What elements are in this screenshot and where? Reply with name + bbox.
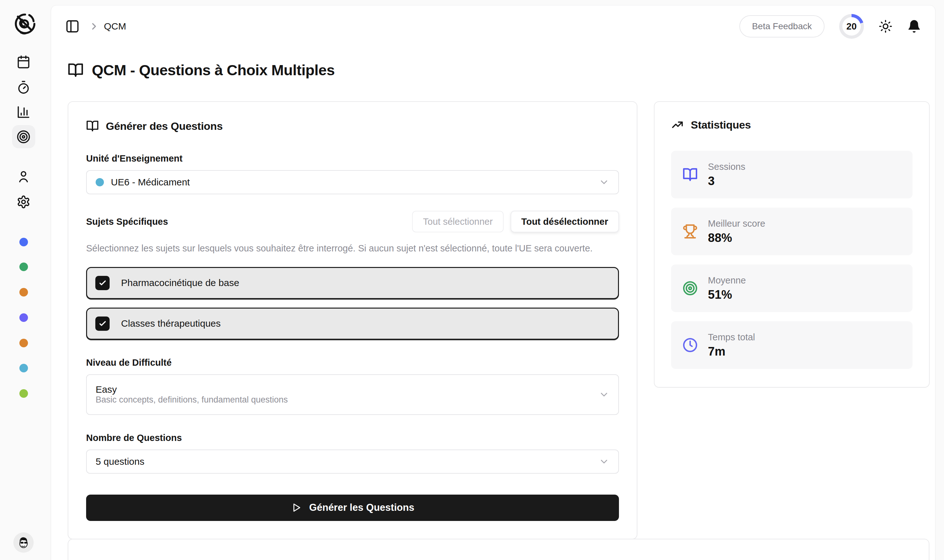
deselect-all-button[interactable]: Tout désélectionner bbox=[511, 211, 619, 232]
settings-icon[interactable] bbox=[17, 195, 31, 209]
book-open-icon bbox=[68, 62, 83, 78]
main-surface: QCM Beta Feedback 20 bbox=[51, 5, 935, 560]
subject-checkbox-row[interactable]: Pharmacocinétique de base bbox=[86, 267, 619, 299]
target-icon[interactable] bbox=[17, 130, 31, 144]
trophy-icon bbox=[682, 224, 698, 239]
ue-dot-7[interactable] bbox=[19, 389, 28, 398]
stat-value: 7m bbox=[708, 345, 755, 358]
select-all-button[interactable]: Tout sélectionner bbox=[412, 211, 503, 232]
checkbox-checked-icon[interactable] bbox=[95, 317, 110, 331]
credits-count: 20 bbox=[842, 17, 861, 35]
subjects-helper-text: Sélectionnez les sujets sur lesquels vou… bbox=[86, 242, 598, 255]
ue-dot-1[interactable] bbox=[19, 238, 28, 246]
ue-color-dot bbox=[96, 178, 104, 186]
ue-select[interactable]: UE6 - Médicament bbox=[86, 170, 619, 194]
content-columns: Générer des Questions Unité d'Enseigneme… bbox=[68, 101, 930, 539]
generator-card: Générer des Questions Unité d'Enseigneme… bbox=[68, 101, 637, 539]
difficulty-field-label: Niveau de Difficulté bbox=[86, 357, 619, 368]
stat-tile-total-time: Temps total 7m bbox=[671, 321, 913, 369]
chevron-down-icon bbox=[598, 177, 609, 188]
icon-rail bbox=[0, 0, 51, 560]
count-select-value: 5 questions bbox=[96, 456, 144, 467]
generator-card-title: Générer des Questions bbox=[106, 120, 223, 132]
difficulty-select-description: Basic concepts, definitions, fundamental… bbox=[96, 395, 288, 405]
generator-card-header: Générer des Questions bbox=[86, 120, 619, 132]
trending-up-icon bbox=[671, 118, 684, 131]
bar-chart-icon[interactable] bbox=[17, 105, 31, 119]
ue-dot-3[interactable] bbox=[19, 288, 28, 297]
book-open-icon bbox=[86, 120, 99, 132]
credits-progress-ring[interactable]: 20 bbox=[839, 14, 864, 39]
user-avatar[interactable] bbox=[13, 532, 34, 553]
app-logo[interactable] bbox=[13, 11, 37, 36]
stat-value: 51% bbox=[708, 288, 746, 302]
target-icon bbox=[682, 281, 698, 296]
ue-field-label: Unité d'Enseignement bbox=[86, 153, 619, 164]
book-open-icon bbox=[682, 167, 698, 182]
subjects-buttons: Tout sélectionner Tout désélectionner bbox=[412, 211, 619, 232]
page-title: QCM - Questions à Choix Multiples bbox=[68, 61, 335, 79]
clock-icon bbox=[682, 337, 698, 353]
stat-label: Moyenne bbox=[708, 275, 746, 286]
statistics-card-header: Statistiques bbox=[671, 118, 913, 131]
beta-feedback-button[interactable]: Beta Feedback bbox=[739, 15, 825, 37]
statistics-card-title: Statistiques bbox=[691, 119, 751, 131]
statistics-card: Statistiques Sessions 3 bbox=[654, 101, 930, 388]
user-icon[interactable] bbox=[17, 169, 31, 183]
stat-value: 3 bbox=[708, 174, 745, 188]
generate-questions-button[interactable]: Générer les Questions bbox=[86, 495, 619, 521]
stat-value: 88% bbox=[708, 231, 765, 245]
subject-label: Pharmacocinétique de base bbox=[121, 277, 239, 288]
stat-label: Sessions bbox=[708, 162, 745, 172]
stat-tile-best-score: Meilleur score 88% bbox=[671, 208, 913, 255]
subjects-label: Sujets Spécifiques bbox=[86, 217, 168, 227]
ue-dot-5[interactable] bbox=[19, 339, 28, 347]
page-title-text: QCM - Questions à Choix Multiples bbox=[92, 61, 335, 79]
header-actions: Beta Feedback 20 bbox=[739, 14, 921, 39]
ue-dot-6[interactable] bbox=[19, 364, 28, 372]
ue-dot-2[interactable] bbox=[19, 263, 28, 271]
bottom-card bbox=[68, 539, 929, 560]
timer-icon[interactable] bbox=[17, 80, 31, 94]
breadcrumb-qcm[interactable]: QCM bbox=[104, 21, 126, 32]
count-field-label: Nombre de Questions bbox=[86, 433, 619, 443]
calendar-icon[interactable] bbox=[17, 55, 31, 69]
stat-tile-average: Moyenne 51% bbox=[671, 265, 913, 312]
subject-checkbox-row[interactable]: Classes thérapeutiques bbox=[86, 308, 619, 340]
ue-select-value: UE6 - Médicament bbox=[111, 177, 190, 188]
difficulty-select-value: Easy Basic concepts, definitions, fundam… bbox=[96, 384, 288, 405]
play-icon bbox=[291, 502, 302, 513]
chevron-down-icon bbox=[598, 456, 609, 467]
subjects-header-row: Sujets Spécifiques Tout sélectionner Tou… bbox=[86, 211, 619, 232]
app-window: QCM Beta Feedback 20 bbox=[0, 0, 944, 560]
stat-label: Meilleur score bbox=[708, 218, 765, 229]
chevron-right-icon bbox=[89, 21, 99, 32]
sidebar-toggle-icon[interactable] bbox=[65, 19, 80, 34]
bell-icon[interactable] bbox=[907, 19, 921, 33]
count-select[interactable]: 5 questions bbox=[86, 449, 619, 474]
subject-label: Classes thérapeutiques bbox=[121, 318, 221, 329]
chevron-down-icon bbox=[598, 389, 609, 400]
checkbox-checked-icon[interactable] bbox=[95, 276, 110, 290]
stat-label: Temps total bbox=[708, 332, 755, 343]
generate-questions-label: Générer les Questions bbox=[309, 502, 414, 513]
sun-icon[interactable] bbox=[879, 19, 893, 33]
stat-tile-sessions: Sessions 3 bbox=[671, 151, 913, 198]
ue-dot-4[interactable] bbox=[19, 313, 28, 322]
difficulty-select[interactable]: Easy Basic concepts, definitions, fundam… bbox=[86, 374, 619, 415]
top-bar: QCM Beta Feedback 20 bbox=[51, 5, 935, 47]
